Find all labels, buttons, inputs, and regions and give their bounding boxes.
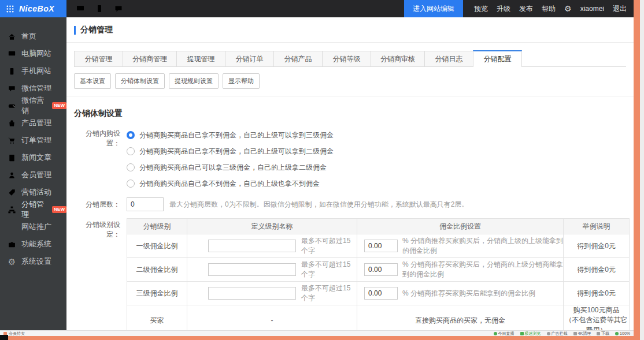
levels-note: 最大分销商层数，0为不限制。因微信分销限制，如在微信使用分销功能，系统默认最高只… [169, 200, 468, 210]
enter-site-editor-button[interactable]: 进入网站编辑 [404, 0, 463, 17]
radio-icon[interactable] [127, 147, 135, 155]
sidebar-item-order-manage[interactable]: 订单管理 [0, 132, 66, 149]
bar-chart-icon [8, 223, 16, 231]
name-note: 最多不可超过15个字 [301, 260, 357, 279]
sidebar-item-pc-site[interactable]: 电脑网站 [0, 45, 66, 62]
radio-option[interactable]: 分销商购买商品自己拿不到佣金，自己的上级可以拿到二级佣金 [127, 143, 334, 159]
radio-label: 分销商购买商品自己拿不到佣金，自己的上级也拿不到佣金 [139, 179, 320, 189]
example-cell: 得到佣金0元 [564, 282, 630, 305]
username[interactable]: xiaomei [580, 5, 604, 13]
radio-selected-icon[interactable] [127, 131, 135, 139]
overlay-orange-bar [5, 336, 634, 340]
level1-rate-input[interactable] [364, 240, 398, 252]
level1-name-input[interactable] [208, 240, 296, 252]
sidebar-item-member-manage[interactable]: 会员管理 [0, 166, 66, 184]
col-header-name: 定义级别名称 [187, 219, 357, 234]
show-help-button[interactable]: 显示帮助 [223, 73, 260, 89]
tab-distributor-manage[interactable]: 分销商管理 [123, 51, 177, 66]
withdraw-rules-button[interactable]: 提现规则设置 [169, 73, 219, 89]
rate-note: % 分销商推荐买家购买后，分销商上级的上级能拿到的佣金比例 [402, 236, 563, 256]
desktop-icon[interactable] [76, 4, 85, 13]
col-header-level: 分销级别 [127, 219, 187, 234]
sidebar-item-wechat-marketing[interactable]: 微信营销 NEW [0, 97, 66, 114]
publish-link[interactable]: 发布 [519, 4, 533, 14]
sidebar-item-function-system[interactable]: 功能系统 [0, 236, 66, 253]
sitemap-icon [8, 206, 16, 214]
level-cell: 三级佣金比例 [127, 282, 187, 305]
status-item-adblock[interactable]: 广告拦截 [547, 331, 568, 337]
sidebar-item-label: 新闻文章 [21, 152, 51, 163]
clean-icon [573, 332, 577, 335]
sidebar-item-home[interactable]: 首页 [0, 28, 66, 45]
buyer-desc-cell: 直接购买商品的买家，无佣金 [357, 305, 564, 331]
inner-purchase-label: 分销内购设置： [74, 127, 120, 192]
status-item-zoom[interactable]: 100% [615, 331, 630, 335]
mobile-icon[interactable] [95, 4, 104, 13]
sidebar-item-product-manage[interactable]: 产品管理 [0, 114, 66, 132]
sidebar: 首页 电脑网站 手机网站 微信管理 微信营销 NEW 产品管理 订单管理 [0, 17, 66, 330]
radio-option[interactable]: 分销商购买商品自己拿不到佣金，自己的上级也拿不到佣金 [127, 175, 334, 192]
sidebar-item-system-settings[interactable]: ⚙ 系统设置 [0, 253, 66, 270]
tab-distribution-logs[interactable]: 分销日志 [424, 51, 473, 66]
logout-link[interactable]: 退出 [613, 4, 627, 14]
level3-name-input[interactable] [208, 287, 296, 300]
adblock-icon [547, 332, 550, 335]
main-content: 分销管理 分销管理 分销商管理 提现管理 分销订单 分销产品 分销等级 分销商审… [66, 17, 634, 330]
phone-icon [8, 67, 16, 76]
sidebar-item-distribution-manage[interactable]: 分销管理 NEW [0, 201, 66, 218]
sidebar-item-site-promotion[interactable]: 网站推广 [0, 218, 66, 236]
download-icon [597, 332, 600, 335]
preview-link[interactable]: 预览 [474, 4, 488, 14]
level2-name-input[interactable] [208, 263, 296, 276]
radio-option[interactable]: 分销商购买商品自己可以拿三级佣金，自己的上级拿二级佣金 [127, 159, 334, 175]
settings-gear-icon[interactable]: ⚙ [564, 4, 572, 13]
radio-icon[interactable] [127, 163, 135, 171]
sidebar-item-mobile-site[interactable]: 手机网站 [0, 62, 66, 80]
status-item-download[interactable]: 下载 [597, 331, 609, 337]
status-item-browse[interactable]: 极速浏览 [520, 331, 541, 337]
sidebar-item-wechat-manage[interactable]: 微信管理 [0, 80, 66, 97]
statusbar-right-items: 今日直播 极速浏览 广告拦截 4K清理 下载 100% [494, 331, 630, 337]
status-item-live[interactable]: 今日直播 [494, 331, 515, 337]
tab-distribution-orders[interactable]: 分销订单 [225, 51, 274, 66]
sidebar-item-news[interactable]: 新闻文章 [0, 149, 66, 166]
sidebar-item-label: 电脑网站 [21, 48, 51, 59]
overlay-corner-chip [0, 335, 8, 340]
tab-distribution-levels[interactable]: 分销等级 [322, 51, 371, 66]
col-header-example: 举例说明 [564, 219, 630, 234]
tab-distributor-review[interactable]: 分销商审核 [371, 51, 425, 66]
levels-input[interactable] [127, 197, 164, 211]
device-switcher [76, 4, 123, 13]
inner-purchase-row: 分销内购设置： 分销商购买商品自己拿不到佣金，自己的上级可以拿到三级佣金 分销商… [74, 127, 634, 192]
upgrade-link[interactable]: 升级 [497, 4, 510, 14]
basic-settings-button[interactable]: 基本设置 [74, 73, 111, 89]
name-note: 最多不可超过15个字 [301, 236, 357, 256]
browse-icon [520, 332, 524, 335]
level-cell: 一级佣金比例 [127, 234, 187, 258]
sidebar-item-label: 微信营销 [21, 95, 46, 116]
wechat-icon[interactable] [114, 4, 123, 13]
tab-distribution-products[interactable]: 分销产品 [273, 51, 323, 66]
level2-rate-input[interactable] [364, 263, 398, 276]
levels-row: 分销层数： 最大分销商层数，0为不限制。因微信分销限制，如在微信使用分销功能，系… [74, 197, 634, 211]
new-badge: NEW [52, 206, 66, 213]
level-table-label: 分销级别设定： [74, 218, 120, 330]
logo-text: NiceBoX [19, 4, 54, 13]
system-settings-button[interactable]: 分销体制设置 [115, 73, 165, 89]
status-item-clean[interactable]: 4K清理 [573, 331, 591, 337]
radio-icon[interactable] [127, 180, 135, 188]
overlay-right-edge [640, 0, 644, 340]
example-cell: 得到佣金0元 [564, 258, 630, 282]
logo-block[interactable]: NiceBoX [0, 0, 66, 17]
tab-distribution-manage[interactable]: 分销管理 [74, 51, 123, 66]
level3-rate-input[interactable] [364, 287, 398, 300]
tab-withdraw-manage[interactable]: 提现管理 [176, 51, 225, 66]
bag-icon [8, 119, 16, 128]
tab-distribution-config[interactable]: 分销配置 [473, 50, 522, 67]
radio-option[interactable]: 分销商购买商品自己拿不到佣金，自己的上级可以拿到三级佣金 [127, 127, 334, 143]
rate-note: % 分销商推荐买家购买后，分销商的上级分销商能拿到的佣金比例 [402, 260, 563, 279]
sidebar-item-label: 微信管理 [21, 83, 51, 94]
sidebar-item-marketing-activity[interactable]: 营销活动 [0, 184, 66, 201]
sidebar-item-label: 订单管理 [21, 135, 51, 145]
help-link[interactable]: 帮助 [542, 4, 556, 14]
